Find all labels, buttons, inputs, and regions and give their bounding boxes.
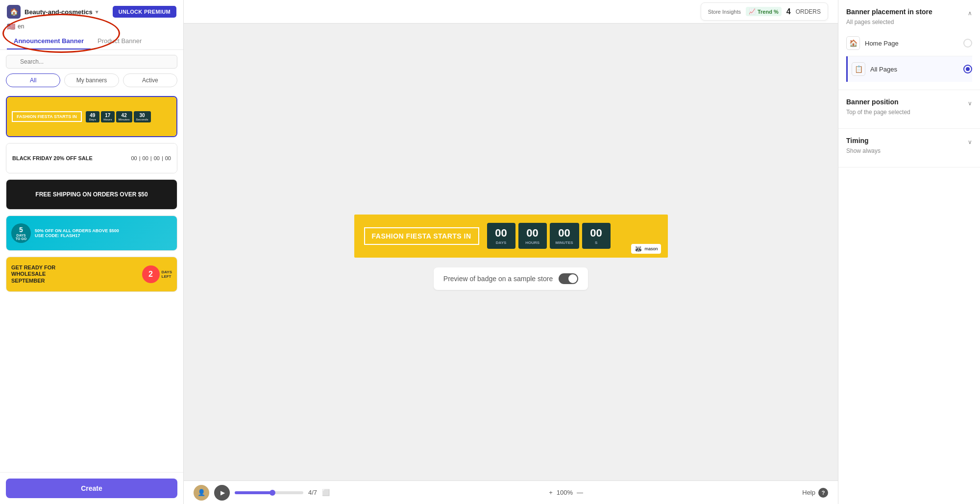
unlock-premium-button[interactable]: UNLOCK PREMIUM <box>113 6 176 18</box>
flag-icon: 🇺🇸 <box>7 23 15 30</box>
position-header[interactable]: Banner position ∨ <box>846 98 972 109</box>
placement-option-homepage[interactable]: 🏠 Home Page <box>846 30 972 56</box>
tab-announcement-banner[interactable]: Announcement Banner <box>7 33 91 49</box>
store-chevron-icon[interactable]: ▼ <box>95 9 99 15</box>
tab-product-banner[interactable]: Product Banner <box>91 33 148 49</box>
banner-card-wholesale[interactable]: GET READY FoRWHOLESALEsepteMBER 2 DAYSLE… <box>6 257 177 292</box>
wholesale-days-label: DAYSLEFT <box>162 270 172 279</box>
allpages-icon: 📋 <box>852 62 865 76</box>
search-wrap: 🔍 <box>6 55 177 69</box>
blackfriday-text: BLACK FRIDAY 20% OFF SALE <box>12 155 93 161</box>
position-title: Banner position <box>846 98 899 106</box>
placement-option-allpages[interactable]: 📋 All Pages <box>846 56 972 82</box>
preview-toggle-row: Preview of badge on a sample store <box>434 267 588 290</box>
placement-left-allpages: 📋 All Pages <box>852 62 897 76</box>
placement-subtitle: All pages selected <box>846 19 972 25</box>
timing-header[interactable]: Timing ∨ <box>846 137 972 147</box>
slide-icon: ⬜ <box>322 489 330 496</box>
lang-row: 🇺🇸 en <box>7 23 176 30</box>
toggle-thumb <box>568 274 577 283</box>
bottom-bar: 👤 ▶ 4/7 ⬜ + 100% — Help ? <box>184 480 838 504</box>
timing-subtitle: Show always <box>846 147 972 154</box>
main-seconds-block: 00 S <box>582 223 611 249</box>
trend-label: Trend % <box>758 9 779 15</box>
play-icon: ▶ <box>220 489 225 496</box>
create-button[interactable]: Create <box>6 479 177 498</box>
main-banner-preview: FASHION FIESTA STARTS IN 00 DAYS 00 HOUR… <box>354 215 668 258</box>
banners-list: FASHION FIESTA STARTS IN 49Days 17Hours … <box>0 92 183 472</box>
search-input[interactable] <box>6 55 177 69</box>
preview-toggle[interactable] <box>559 273 578 284</box>
zoom-level: 100% <box>557 489 573 496</box>
placement-header: Banner placement in store ∧ <box>846 8 972 19</box>
allpages-radio[interactable] <box>963 65 972 73</box>
progress-thumb <box>270 490 275 496</box>
main-minutes-block: 00 MINUTES <box>550 223 579 249</box>
filter-buttons: All My banners Active <box>0 73 183 92</box>
zoom-in-button[interactable]: + <box>549 489 553 496</box>
play-button[interactable]: ▶ <box>214 485 230 501</box>
main-banner-text: FASHION FIESTA STARTS IN <box>364 227 479 245</box>
placement-chevron-icon[interactable]: ∧ <box>968 10 972 17</box>
banner-card-flash-sale[interactable]: 5 DAYS TO GO 50% OFF ON ALL ORDERS ABOVE… <box>6 216 177 251</box>
blackfriday-countdown: 00|00|00|00 <box>131 155 171 161</box>
progress-bar[interactable] <box>235 491 303 494</box>
banner-placement-section: Banner placement in store ∧ All pages se… <box>838 0 980 90</box>
help-badge[interactable]: ? <box>818 488 828 498</box>
placement-left-homepage: 🏠 Home Page <box>846 36 899 50</box>
position-chevron-icon[interactable]: ∨ <box>968 100 972 107</box>
filter-active-button[interactable]: Active <box>123 73 177 87</box>
home-icon[interactable]: 🏠 <box>7 5 21 19</box>
insights-trend: 📈 Trend % <box>746 7 782 16</box>
store-insights: Store Insights 📈 Trend % 4 ORDERS <box>701 2 828 21</box>
tabs-row: Announcement Banner Product Banner <box>7 33 176 49</box>
countdown-mini: 49Days 17Hours 42Minutes 30Seconds <box>86 111 151 122</box>
allpages-label: All Pages <box>870 66 897 73</box>
banner-card-fashion-fiesta[interactable]: FASHION FIESTA STARTS IN 49Days 17Hours … <box>6 96 177 137</box>
homepage-icon: 🏠 <box>846 36 860 50</box>
banner-freeship-preview: FREE SHIPPING ON ORDERS OVER $50 <box>6 180 177 209</box>
banner-card-black-friday[interactable]: BLACK FRIDAY 20% OFF SALE 00|00|00|00 <box>6 143 177 173</box>
banner-blackfriday-preview: BLACK FRIDAY 20% OFF SALE 00|00|00|00 <box>6 144 177 173</box>
filter-all-button[interactable]: All <box>6 73 60 87</box>
bottom-left: 👤 ▶ 4/7 ⬜ <box>194 485 330 501</box>
main-days-block: 00 DAYS <box>487 223 515 249</box>
homepage-label: Home Page <box>865 40 899 47</box>
lang-label: en <box>18 23 24 30</box>
filter-my-banners-button[interactable]: My banners <box>64 73 119 87</box>
placement-title: Banner placement in store <box>846 8 932 16</box>
timing-title: Timing <box>846 137 869 144</box>
banner-card-free-shipping[interactable]: FREE SHIPPING ON ORDERS OVER $50 <box>6 179 177 210</box>
main-hours-block: 00 HOURS <box>518 223 547 249</box>
bottom-center: + 100% — <box>549 489 583 496</box>
mini-hours: 17Hours <box>101 111 115 122</box>
store-row: 🏠 Beauty-and-cosmetics ▼ UNLOCK PREMIUM <box>7 5 176 19</box>
timing-chevron-icon[interactable]: ∨ <box>968 139 972 145</box>
help-label: Help <box>802 489 815 496</box>
freeship-text: FREE SHIPPING ON ORDERS OVER $50 <box>35 191 147 198</box>
mason-label: mason <box>644 246 658 251</box>
sidebar: 🏠 Beauty-and-cosmetics ▼ UNLOCK PREMIUM … <box>0 0 184 504</box>
banner-position-section: Banner position ∨ Top of the page select… <box>838 90 980 129</box>
insights-count: 4 <box>786 7 791 16</box>
main-content: FASHION FIESTA STARTS IN 00 DAYS 00 HOUR… <box>184 24 838 480</box>
store-name: Beauty-and-cosmetics ▼ <box>24 8 99 16</box>
progress-fill <box>235 491 272 494</box>
homepage-radio[interactable] <box>963 39 972 48</box>
insights-label: Store Insights <box>708 9 741 15</box>
bottom-right: Help ? <box>802 488 828 498</box>
wholesale-text: GET READY FoRWHOLESALEsepteMBER <box>11 264 55 284</box>
zoom-out-button[interactable]: — <box>577 489 583 496</box>
placement-options: 🏠 Home Page 📋 All Pages <box>846 30 972 82</box>
mini-seconds: 30Seconds <box>134 111 151 122</box>
flash-text: 50% OFF ON ALL ORDERS ABOVE $500USE CODE… <box>35 228 119 238</box>
flash-days-badge: 5 DAYS TO GO <box>11 223 31 243</box>
banner-wholesale-preview: GET READY FoRWHOLESALEsepteMBER 2 DAYSLE… <box>6 257 177 291</box>
trend-icon: 📈 <box>749 8 756 15</box>
fashion-fiesta-text: FASHION FIESTA STARTS IN <box>12 111 82 122</box>
mason-badge: 🦝 mason <box>631 244 661 254</box>
main-countdown: 00 DAYS 00 HOURS 00 MINUTES 00 S <box>487 223 611 249</box>
page-indicator: 4/7 <box>308 489 317 496</box>
wholesale-badge: 2 <box>142 265 160 283</box>
banner-fashion-preview: FASHION FIESTA STARTS IN 49Days 17Hours … <box>7 97 176 136</box>
